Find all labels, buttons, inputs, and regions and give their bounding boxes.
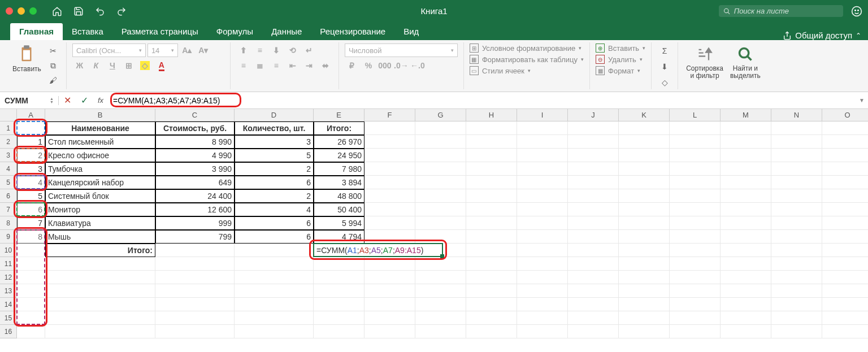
cell-B12[interactable]	[45, 271, 155, 284]
cell-A7[interactable]: 6	[17, 203, 45, 216]
cell-L5[interactable]	[670, 176, 721, 189]
cell-A2[interactable]: 1	[17, 135, 45, 149]
search-input[interactable]	[734, 7, 839, 15]
cell-K5[interactable]	[619, 176, 670, 189]
cell-B5[interactable]: Канцелярский набор	[45, 176, 155, 189]
cell-G1[interactable]	[415, 121, 466, 135]
cell-A6[interactable]: 5	[17, 189, 45, 203]
cell-M11[interactable]	[721, 257, 771, 271]
cell-K15[interactable]	[619, 311, 670, 325]
format-as-table-button[interactable]: ▦Форматировать как таблицу ▾	[470, 55, 584, 64]
cell-O13[interactable]	[822, 284, 868, 298]
close-window-button[interactable]	[6, 7, 13, 15]
currency-button[interactable]: ₽	[345, 59, 359, 72]
cell-E6[interactable]: 48 800	[314, 189, 364, 203]
cell-D11[interactable]	[235, 257, 314, 271]
cell-M16[interactable]	[721, 325, 771, 338]
cell-C13[interactable]	[155, 284, 235, 298]
cell-L11[interactable]	[670, 257, 721, 271]
cell-L4[interactable]	[670, 162, 721, 176]
cell-A14[interactable]	[17, 298, 45, 311]
cell-I2[interactable]	[517, 135, 568, 149]
cell-L3[interactable]	[670, 149, 721, 162]
col-header-L[interactable]: L	[670, 109, 721, 121]
cell-D14[interactable]	[235, 298, 314, 311]
cell-B8[interactable]: Клавиатура	[45, 216, 155, 230]
row-header-13[interactable]: 13	[0, 284, 17, 298]
home-icon[interactable]	[51, 6, 63, 17]
cell-C14[interactable]	[155, 298, 235, 311]
cell-C3[interactable]: 4 990	[155, 149, 235, 162]
cell-J3[interactable]	[568, 149, 619, 162]
cell-A12[interactable]	[17, 271, 45, 284]
cell-G7[interactable]	[415, 203, 466, 216]
col-header-C[interactable]: C	[155, 109, 235, 121]
cell-F6[interactable]	[364, 189, 415, 203]
cell-A15[interactable]	[17, 311, 45, 325]
cell-B11[interactable]	[45, 257, 155, 271]
cell-O11[interactable]	[822, 257, 868, 271]
cell-B7[interactable]: Монитор	[45, 203, 155, 216]
cell-O9[interactable]	[822, 230, 868, 244]
cell-N16[interactable]	[771, 325, 822, 338]
conditional-formatting-button[interactable]: ⊞Условное форматирование ▾	[470, 44, 584, 53]
cell-E13[interactable]	[314, 284, 364, 298]
cell-E12[interactable]	[314, 271, 364, 284]
col-header-N[interactable]: N	[771, 109, 822, 121]
cell-I13[interactable]	[517, 284, 568, 298]
cell-N4[interactable]	[771, 162, 822, 176]
cell-C4[interactable]: 3 990	[155, 162, 235, 176]
cell-D6[interactable]: 2	[235, 189, 314, 203]
cell-M5[interactable]	[721, 176, 771, 189]
row-header-1[interactable]: 1	[0, 121, 17, 135]
cell-N6[interactable]	[771, 189, 822, 203]
sheet-search[interactable]	[719, 5, 843, 17]
cell-G4[interactable]	[415, 162, 466, 176]
cell-I12[interactable]	[517, 271, 568, 284]
cell-N11[interactable]	[771, 257, 822, 271]
cell-M15[interactable]	[721, 311, 771, 325]
cell-K11[interactable]	[619, 257, 670, 271]
cell-B6[interactable]: Системный блок	[45, 189, 155, 203]
cell-J13[interactable]	[568, 284, 619, 298]
cell-C5[interactable]: 649	[155, 176, 235, 189]
cell-K8[interactable]	[619, 216, 670, 230]
cell-J8[interactable]	[568, 216, 619, 230]
cell-N8[interactable]	[771, 216, 822, 230]
cell-O7[interactable]	[822, 203, 868, 216]
col-header-E[interactable]: E	[314, 109, 364, 121]
cell-B13[interactable]	[45, 284, 155, 298]
cell-D9[interactable]: 6	[235, 230, 314, 244]
cell-J12[interactable]	[568, 271, 619, 284]
cell-G16[interactable]	[415, 325, 466, 338]
wrap-text-button[interactable]: ↵	[302, 44, 316, 57]
cell-D1[interactable]: Количество, шт.	[235, 121, 314, 135]
increase-indent-button[interactable]: ⇥	[302, 59, 316, 72]
cell-G15[interactable]	[415, 311, 466, 325]
find-select-button[interactable]: Найти и выделить	[728, 44, 763, 81]
cell-M7[interactable]	[721, 203, 771, 216]
cell-M4[interactable]	[721, 162, 771, 176]
cell-F11[interactable]	[364, 257, 415, 271]
row-header-8[interactable]: 8	[0, 216, 17, 230]
cell-J5[interactable]	[568, 176, 619, 189]
tab-data[interactable]: Данные	[262, 23, 311, 40]
cell-I15[interactable]	[517, 311, 568, 325]
cell-K4[interactable]	[619, 162, 670, 176]
cell-O12[interactable]	[822, 271, 868, 284]
cell-C9[interactable]: 799	[155, 230, 235, 244]
name-box[interactable]: СУММ ▲▼	[0, 96, 59, 105]
tab-insert[interactable]: Вставка	[63, 23, 112, 40]
cell-J6[interactable]	[568, 189, 619, 203]
cell-N12[interactable]	[771, 271, 822, 284]
delete-cells-button[interactable]: ⊖Удалить ▾	[596, 55, 645, 64]
confirm-edit-button[interactable]: ✓	[76, 92, 93, 109]
cell-C10[interactable]	[155, 244, 235, 257]
cell-F2[interactable]	[364, 135, 415, 149]
maximize-window-button[interactable]	[29, 7, 37, 15]
cell-K14[interactable]	[619, 298, 670, 311]
cell-F13[interactable]	[364, 284, 415, 298]
cell-C1[interactable]: Стоимость, руб.	[155, 121, 235, 135]
cell-A9[interactable]: 8	[17, 230, 45, 244]
cell-H14[interactable]	[466, 298, 517, 311]
